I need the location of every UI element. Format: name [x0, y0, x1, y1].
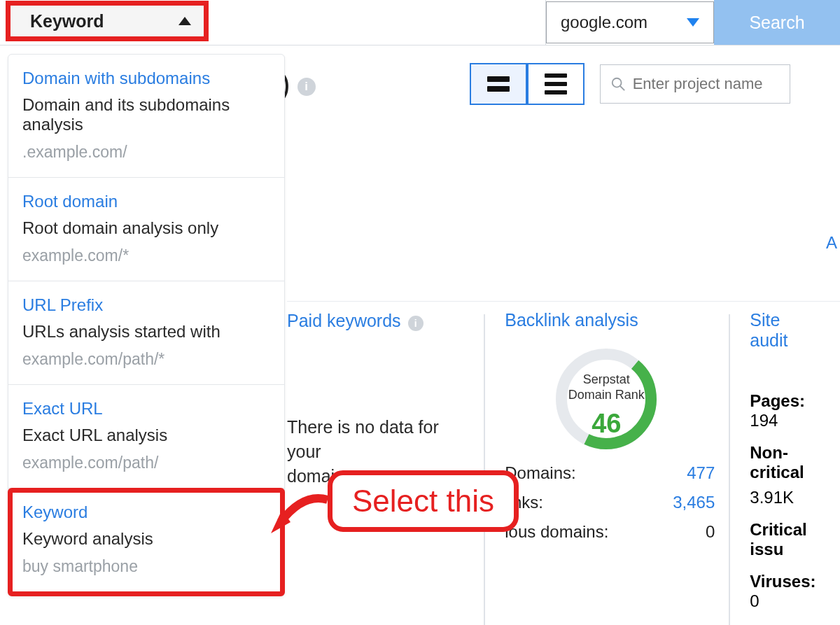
paid-keywords-card: Paid keywords i There is no data for you… [287, 310, 484, 625]
dropdown-option-title: URL Prefix [22, 295, 270, 315]
metrics-row: Paid keywords i There is no data for you… [287, 301, 840, 625]
view-toggle-compact[interactable] [470, 63, 527, 105]
stat-links: links: 3,465 [505, 493, 715, 512]
right-link[interactable]: A [826, 233, 837, 253]
backlink-title[interactable]: Backlink analysis [505, 310, 708, 330]
annotation-text: Select this [328, 470, 519, 532]
dropdown-option-keyword[interactable]: Keyword Keyword analysis buy smartphone [8, 488, 285, 596]
dropdown-option-root-domain[interactable]: Root domain Root domain analysis only ex… [8, 178, 284, 281]
audit-noncritical-label: Non-critical [750, 443, 819, 482]
svg-line-1 [620, 86, 624, 90]
caret-down-icon [687, 18, 699, 27]
main-search-input[interactable] [210, 0, 546, 45]
project-search[interactable] [600, 64, 790, 104]
backlink-analysis-card: Backlink analysis Serpstat Domain Rank 4… [484, 310, 729, 625]
dropdown-option-example: example.com/* [22, 246, 270, 265]
search-type-selector[interactable]: Keyword [6, 1, 209, 41]
site-audit-title[interactable]: Site audit [750, 310, 819, 351]
domain-rank-donut: Serpstat Domain Rank 46 [505, 343, 708, 455]
dropdown-option-url-prefix[interactable]: URL Prefix URLs analysis started with ex… [8, 281, 284, 385]
search-icon [610, 76, 626, 92]
dropdown-option-example: .example.com/ [22, 143, 270, 162]
database-selector[interactable]: google.com [546, 1, 714, 43]
audit-critical-label: Critical issu [750, 520, 819, 559]
dropdown-option-title: Root domain [22, 192, 270, 211]
view-toggle-list[interactable] [527, 63, 584, 105]
arrow-icon [268, 479, 335, 542]
donut-label: Serpstat Domain Rank [550, 372, 662, 402]
dropdown-option-title: Domain with subdomains [22, 69, 270, 88]
site-audit-card: Site audit Pages: 194 Non-critical 3.91K… [729, 310, 840, 625]
dropdown-option-title: Keyword [22, 503, 270, 522]
dropdown-option-desc: Keyword analysis [22, 529, 270, 549]
dropdown-option-domain-subdomains[interactable]: Domain with subdomains Domain and its su… [8, 55, 284, 178]
info-icon[interactable]: i [408, 316, 424, 331]
dropdown-option-desc: Root domain analysis only [22, 218, 270, 238]
audit-noncritical-value: 3.91K [750, 488, 819, 507]
info-icon[interactable]: i [298, 78, 316, 96]
dropdown-option-example: buy smartphone [22, 557, 270, 576]
paid-keywords-title: Paid keywords i [287, 310, 463, 331]
dropdown-option-desc: Domain and its subdomains analysis [22, 95, 270, 134]
dropdown-option-title: Exact URL [22, 399, 270, 419]
database-value: google.com [561, 13, 648, 32]
caret-up-icon [178, 17, 191, 25]
dropdown-option-example: example.com/path/* [22, 350, 270, 369]
search-button[interactable]: Search [714, 0, 840, 45]
dropdown-option-exact-url[interactable]: Exact URL Exact URL analysis example.com… [8, 385, 284, 489]
stat-malicious: ious domains: 0 [505, 522, 715, 542]
search-type-label: Keyword [30, 11, 104, 31]
stat-domains: Domains: 477 [505, 463, 715, 483]
domain-rank-value: 46 [550, 409, 662, 439]
annotation-callout: Select this [328, 470, 519, 532]
view-toggle-group [470, 63, 584, 105]
audit-viruses: Viruses: 0 [750, 572, 819, 611]
project-search-input[interactable] [633, 75, 773, 93]
svg-point-0 [612, 78, 621, 87]
dropdown-option-example: example.com/path/ [22, 454, 270, 472]
audit-pages: Pages: 194 [750, 391, 819, 430]
dropdown-option-desc: URLs analysis started with [22, 322, 270, 342]
dropdown-option-desc: Exact URL analysis [22, 426, 270, 445]
search-type-dropdown: Domain with subdomains Domain and its su… [8, 54, 285, 596]
